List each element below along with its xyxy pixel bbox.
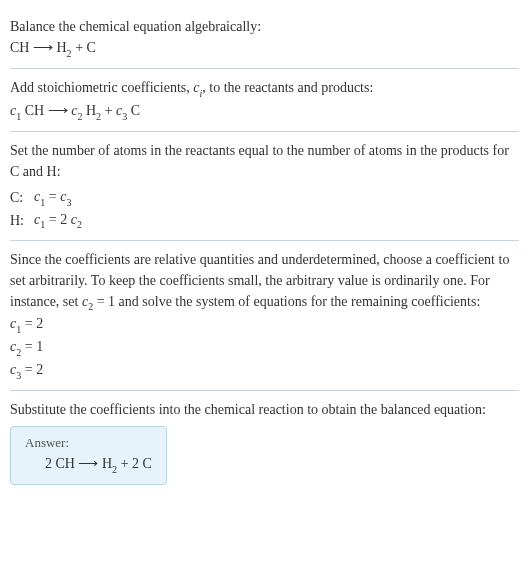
ans-b: H bbox=[98, 456, 112, 471]
atom-equation: c1 = 2 c2 bbox=[34, 209, 88, 232]
c2-sub: 2 bbox=[77, 111, 82, 122]
sp1: CH bbox=[21, 103, 47, 118]
eq-sign: = bbox=[45, 212, 60, 227]
atom-equation: c1 = c3 bbox=[34, 186, 88, 209]
ans-a: 2 CH bbox=[45, 456, 78, 471]
eq-plus: + bbox=[72, 40, 87, 55]
stoichiometric-text: Add stoichiometric coefficients, ci, to … bbox=[10, 77, 519, 100]
eq-lhs: CH bbox=[10, 40, 29, 55]
eq-rhs-b: C bbox=[87, 40, 96, 55]
section-stoichiometric: Add stoichiometric coefficients, ci, to … bbox=[10, 68, 519, 131]
balanced-equation: 2 CH ⟶ H2 + 2 C bbox=[25, 455, 152, 474]
section-answer: Substitute the coefficients into the che… bbox=[10, 390, 519, 493]
table-row: C: c1 = c3 bbox=[10, 186, 88, 209]
text-b: , to the reactants and products: bbox=[202, 80, 373, 95]
section-solve: Since the coefficients are relative quan… bbox=[10, 240, 519, 391]
c-val: = 2 bbox=[21, 362, 43, 377]
eq-sign: = bbox=[45, 189, 60, 204]
text-a: Add stoichiometric coefficients, bbox=[10, 80, 193, 95]
c-sub: 3 bbox=[16, 370, 21, 381]
rhs-prefix: 2 bbox=[60, 212, 71, 227]
arrow-icon: ⟶ bbox=[48, 103, 68, 118]
ans-b-sub: 2 bbox=[112, 464, 117, 475]
c1-sub: 1 bbox=[16, 111, 21, 122]
c-val: = 1 bbox=[21, 339, 43, 354]
answer-box: Answer: 2 CH ⟶ H2 + 2 C bbox=[10, 426, 167, 485]
c2: c bbox=[68, 103, 78, 118]
stoichiometric-equation: c1 CH ⟶ c2 H2 + c3 C bbox=[10, 100, 519, 123]
c-sub: 2 bbox=[16, 347, 21, 358]
answer-text: Substitute the coefficients into the che… bbox=[10, 399, 519, 420]
h-sub: 2 bbox=[96, 111, 101, 122]
sp3: C bbox=[127, 103, 140, 118]
arrow-icon: ⟶ bbox=[78, 456, 98, 471]
solve-text: Since the coefficients are relative quan… bbox=[10, 249, 519, 314]
element-label: C: bbox=[10, 186, 34, 209]
lhs-sub: 1 bbox=[40, 197, 45, 208]
rhs-c: c bbox=[71, 212, 77, 227]
atom-eq-text: Set the number of atoms in the reactants… bbox=[10, 140, 519, 182]
section-problem: Balance the chemical equation algebraica… bbox=[10, 8, 519, 68]
c-val: = 2 bbox=[21, 316, 43, 331]
sp2: H bbox=[82, 103, 96, 118]
solution-line: c2 = 1 bbox=[10, 336, 519, 359]
text-b: = 1 and solve the system of equations fo… bbox=[93, 294, 480, 309]
rhs-sub: 2 bbox=[77, 219, 82, 230]
eq-rhs-a: H bbox=[56, 40, 66, 55]
rhs-sub: 3 bbox=[66, 197, 71, 208]
unbalanced-equation: CH ⟶ H2 + C bbox=[10, 37, 519, 60]
solution-line: c1 = 2 bbox=[10, 313, 519, 336]
element-label: H: bbox=[10, 209, 34, 232]
problem-heading: Balance the chemical equation algebraica… bbox=[10, 16, 519, 37]
cvar-sub: 2 bbox=[88, 301, 93, 312]
solution-line: c3 = 2 bbox=[10, 359, 519, 382]
ans-c: + 2 C bbox=[117, 456, 152, 471]
plus: + bbox=[101, 103, 116, 118]
c3-sub: 3 bbox=[122, 111, 127, 122]
table-row: H: c1 = 2 c2 bbox=[10, 209, 88, 232]
lhs-sub: 1 bbox=[40, 219, 45, 230]
eq-rhs-a-sub: 2 bbox=[67, 48, 72, 59]
answer-label: Answer: bbox=[25, 435, 152, 451]
ci-sub: i bbox=[199, 88, 202, 99]
atom-equation-table: C: c1 = c3 H: c1 = 2 c2 bbox=[10, 186, 88, 232]
c-sub: 1 bbox=[16, 324, 21, 335]
arrow-icon: ⟶ bbox=[33, 40, 53, 55]
section-atom-equations: Set the number of atoms in the reactants… bbox=[10, 131, 519, 240]
